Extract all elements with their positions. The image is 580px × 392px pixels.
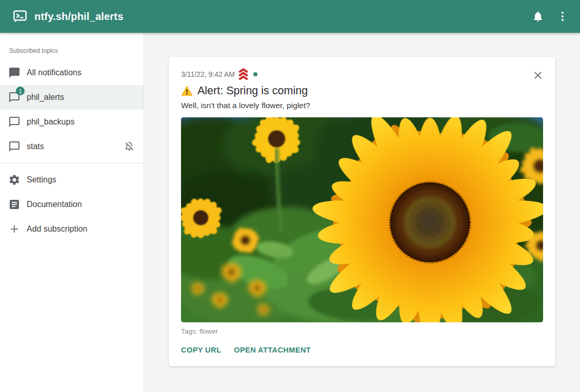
notifications-button[interactable] xyxy=(526,4,550,29)
sidebar-item-label: phil_alerts xyxy=(27,93,64,102)
chat-bubble-outline-icon: 1 xyxy=(8,91,21,104)
notification-meta: 3/11/22, 9:42 AM xyxy=(181,68,543,80)
unread-count-badge: 1 xyxy=(16,87,25,95)
notification-timestamp: 3/11/22, 9:42 AM xyxy=(181,70,235,78)
sidebar-item-all-notifications[interactable]: All notifications xyxy=(0,60,144,85)
sidebar-divider xyxy=(0,163,144,163)
subscribed-topics-caption: Subscribed topics xyxy=(0,34,144,60)
notification-tags: Tags: flower xyxy=(181,327,543,335)
overflow-menu-button[interactable] xyxy=(550,4,575,29)
sidebar-item-label: Documentation xyxy=(27,200,82,209)
appbar: ntfy.sh/phil_alerts xyxy=(0,0,580,33)
chat-bubble-outline-icon xyxy=(8,140,21,153)
main-content: 3/11/22, 9:42 AM Alert: Spring is coming… xyxy=(144,33,580,392)
notification-body: Well, isn't that a lovely flower, piglet… xyxy=(181,101,543,110)
notification-title: Alert: Spring is coming xyxy=(197,85,308,97)
kebab-menu-icon xyxy=(556,10,569,23)
plus-icon xyxy=(8,223,21,235)
sidebar-item-stats[interactable]: stats xyxy=(0,134,144,159)
attachment-image[interactable] xyxy=(181,117,543,322)
sidebar-item-settings[interactable]: Settings xyxy=(0,168,144,192)
app-shell: Subscribed topics All notifications 1 ph… xyxy=(0,33,580,392)
sidebar: Subscribed topics All notifications 1 ph… xyxy=(0,33,144,392)
sidebar-item-label: Settings xyxy=(27,175,56,184)
warning-emoji-icon xyxy=(181,85,193,97)
sidebar-item-label: All notifications xyxy=(27,68,82,77)
sidebar-item-phil-backups[interactable]: phil_backups xyxy=(0,110,144,134)
chat-bubble-outline-icon xyxy=(8,116,21,128)
sidebar-item-label: Add subscription xyxy=(27,224,87,234)
notification-card: 3/11/22, 9:42 AM Alert: Spring is coming… xyxy=(169,57,555,366)
bell-icon xyxy=(532,10,544,23)
sidebar-item-add-subscription[interactable]: Add subscription xyxy=(0,217,144,241)
close-icon xyxy=(532,69,544,81)
appbar-title: ntfy.sh/phil_alerts xyxy=(34,11,123,23)
notification-title-row: Alert: Spring is coming xyxy=(181,85,543,97)
sidebar-item-label: phil_backups xyxy=(27,117,74,127)
open-attachment-button[interactable]: OPEN ATTACHMENT xyxy=(234,346,311,354)
sidebar-item-label: stats xyxy=(27,142,44,151)
notification-actions: COPY URL OPEN ATTACHMENT xyxy=(181,346,543,354)
ntfy-logo-icon xyxy=(12,9,28,24)
notifications-muted-icon xyxy=(123,140,135,153)
gear-icon xyxy=(8,174,21,186)
unread-indicator-dot xyxy=(253,72,257,76)
copy-url-button[interactable]: COPY URL xyxy=(181,346,221,354)
article-icon xyxy=(8,198,21,211)
chat-bubble-filled-icon xyxy=(8,67,21,79)
priority-max-icon xyxy=(237,68,249,80)
delete-notification-button[interactable] xyxy=(531,68,545,82)
sidebar-item-phil-alerts[interactable]: 1 phil_alerts xyxy=(0,85,144,110)
sidebar-item-documentation[interactable]: Documentation xyxy=(0,192,144,217)
